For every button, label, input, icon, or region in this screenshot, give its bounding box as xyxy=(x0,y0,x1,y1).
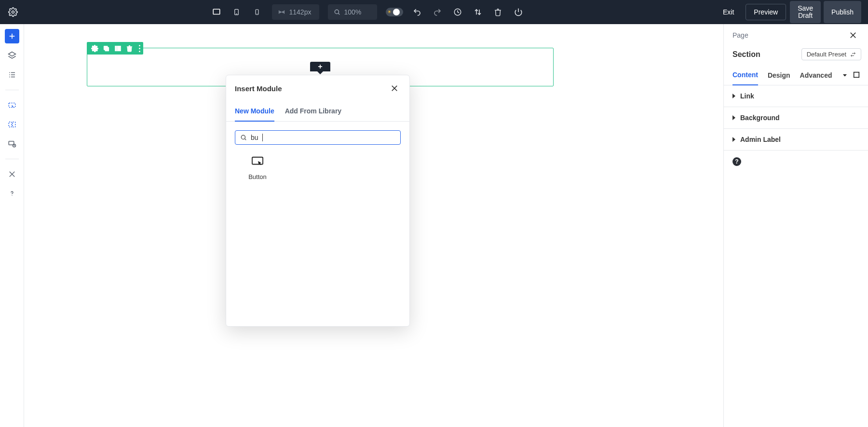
desktop-view-icon[interactable] xyxy=(210,6,223,18)
theme-toggle[interactable]: ☀ xyxy=(386,8,403,16)
history-icon[interactable] xyxy=(451,6,464,18)
redo-icon[interactable] xyxy=(431,6,444,18)
svg-rect-1 xyxy=(213,9,220,14)
save-draft-button[interactable]: Save Draft xyxy=(790,1,821,24)
zoom-value: 100% xyxy=(344,8,362,16)
mobile-view-icon[interactable] xyxy=(251,6,263,18)
preview-button[interactable]: Preview xyxy=(746,4,786,20)
trash-icon[interactable] xyxy=(492,6,504,18)
top-toolbar: 1142px 100% ☀ Exit Preview Save Draft Pu… xyxy=(0,0,868,24)
viewport-width-value: 1142px xyxy=(289,8,312,16)
sort-icon[interactable] xyxy=(472,6,484,18)
zoom-input[interactable]: 100% xyxy=(328,4,377,20)
viewport-width-input[interactable]: 1142px xyxy=(272,4,319,20)
publish-button[interactable]: Publish xyxy=(824,1,861,24)
sun-icon: ☀ xyxy=(387,10,392,14)
exit-button[interactable]: Exit xyxy=(715,4,742,20)
svg-point-9 xyxy=(335,10,339,14)
tablet-view-icon[interactable] xyxy=(231,6,243,18)
settings-gear-icon[interactable] xyxy=(7,6,19,18)
power-icon[interactable] xyxy=(512,6,525,18)
svg-point-0 xyxy=(12,11,14,14)
undo-icon[interactable] xyxy=(411,6,423,18)
svg-line-10 xyxy=(338,13,339,14)
